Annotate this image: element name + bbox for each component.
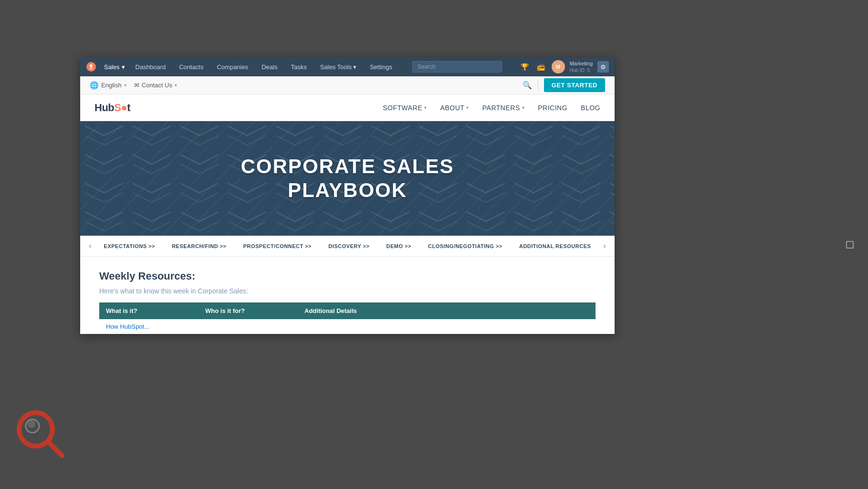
trophy-icon[interactable]: 🏆: [519, 61, 531, 73]
notification-icon[interactable]: 📻: [535, 61, 547, 73]
divider: [538, 81, 538, 90]
hero-title-line2: PLAYBOOK: [241, 178, 454, 202]
crm-navbar: Sales ▾ Dashboard Contacts Companies Dea…: [80, 57, 615, 76]
table-link-hubspot[interactable]: How HubSpot...: [106, 323, 149, 330]
hero-text: CORPORATE SALES PLAYBOOK: [241, 155, 454, 203]
table-cell-what: How HubSpot...: [99, 319, 199, 334]
playbook-nav-additional[interactable]: ADDITIONAL RESOURCES: [515, 243, 595, 249]
hubspot-crm-logo[interactable]: [86, 62, 96, 72]
nav-pricing[interactable]: PRICING: [538, 104, 567, 112]
table-cell-details: [298, 319, 596, 334]
settings-gear-icon[interactable]: ⚙: [597, 61, 609, 73]
table-header-who: Who is it for?: [199, 302, 298, 319]
playbook-next-arrow[interactable]: ›: [599, 241, 610, 251]
orange-dot: S: [114, 102, 121, 114]
table-header-row: What is it? Who is it for? Additional De…: [99, 302, 596, 319]
table-header-details: Additional Details: [298, 302, 596, 319]
content-area: Weekly Resources: Here's what to know th…: [80, 257, 615, 334]
table-header-what: What is it?: [99, 302, 199, 319]
main-nav-links: SOFTWARE ▾ ABOUT ▾ PARTNERS ▾ PRICING BL…: [383, 104, 600, 112]
account-info: Marketing Hub ID: 5: [570, 60, 593, 73]
svg-point-1: [90, 64, 93, 67]
software-chevron-icon: ▾: [424, 105, 427, 110]
utility-right: 🔍 GET STARTED: [523, 78, 605, 92]
lang-chevron-icon: ▾: [124, 83, 126, 88]
envelope-icon: ✉: [134, 82, 139, 89]
nav-settings[interactable]: Settings: [367, 62, 395, 73]
search-icon[interactable]: 🔍: [523, 81, 532, 90]
nav-software[interactable]: SOFTWARE ▾: [383, 104, 427, 112]
nav-tasks[interactable]: Tasks: [288, 62, 309, 73]
weekly-resources-title: Weekly Resources:: [99, 270, 596, 282]
search-input[interactable]: [412, 61, 502, 73]
square-icon: [846, 241, 854, 249]
main-navbar: HubS●t SOFTWARE ▾ ABOUT ▾ PARTNERS ▾ PRI…: [80, 94, 615, 121]
nav-partners[interactable]: PARTNERS ▾: [482, 104, 524, 112]
playbook-nav-closing[interactable]: CLOSING/NEGOTIATING >>: [424, 243, 506, 249]
playbook-nav-demo[interactable]: DEMO >>: [383, 243, 415, 249]
table-cell-who: [199, 319, 298, 334]
nav-sales-tools[interactable]: Sales Tools▾: [317, 62, 359, 73]
playbook-nav-prospect[interactable]: PROSPECT/CONNECT >>: [240, 243, 315, 249]
nav-blog[interactable]: BLOG: [581, 104, 600, 112]
contact-us-button[interactable]: ✉ Contact Us ▾: [134, 82, 177, 89]
nav-contacts[interactable]: Contacts: [176, 62, 206, 73]
playbook-nav-research[interactable]: RESEARCH/FIND >>: [168, 243, 230, 249]
nav-search-area: [412, 61, 502, 73]
nav-about[interactable]: ABOUT ▾: [440, 104, 469, 112]
partners-chevron-icon: ▾: [522, 105, 525, 110]
playbook-nav: ‹ EXPECTATIONS >> RESEARCH/FIND >> PROSP…: [80, 236, 615, 257]
nav-deals[interactable]: Deals: [259, 62, 280, 73]
hero-title-line1: CORPORATE SALES: [241, 155, 454, 178]
globe-icon: 🌐: [90, 81, 99, 90]
hubspot-wordmark: HubS●t: [94, 102, 130, 114]
utility-bar: 🌐 English ▾ ✉ Contact Us ▾ 🔍 GET STARTED: [80, 76, 615, 94]
nav-dashboard[interactable]: Dashboard: [133, 62, 169, 73]
playbook-prev-arrow[interactable]: ‹: [85, 241, 95, 251]
playbook-nav-items: EXPECTATIONS >> RESEARCH/FIND >> PROSPEC…: [95, 243, 599, 249]
browser-window: Sales ▾ Dashboard Contacts Companies Dea…: [80, 57, 615, 334]
nav-right-area: 🏆 📻 M Marketing Hub ID: 5 ⚙: [519, 60, 609, 73]
language-selector[interactable]: 🌐 English ▾: [90, 81, 126, 90]
get-started-button[interactable]: GET STARTED: [544, 78, 605, 92]
about-chevron-icon: ▾: [466, 105, 469, 110]
playbook-nav-discovery[interactable]: DISCOVERY >>: [324, 243, 373, 249]
sales-menu[interactable]: Sales ▾: [104, 63, 125, 71]
playbook-nav-expectations[interactable]: EXPECTATIONS >>: [100, 243, 159, 249]
hero-section: CORPORATE SALES PLAYBOOK: [80, 121, 615, 236]
avatar[interactable]: M: [552, 60, 565, 73]
contact-chevron-icon: ▾: [175, 83, 177, 88]
utility-left: 🌐 English ▾ ✉ Contact Us ▾: [90, 81, 177, 90]
nav-companies[interactable]: Companies: [214, 62, 251, 73]
table-row: How HubSpot...: [99, 319, 596, 334]
hubspot-brand[interactable]: HubS●t: [94, 102, 130, 114]
weekly-resources-subtitle: Here's what to know this week in Corpora…: [99, 287, 596, 295]
resources-table: What is it? Who is it for? Additional De…: [99, 302, 596, 334]
